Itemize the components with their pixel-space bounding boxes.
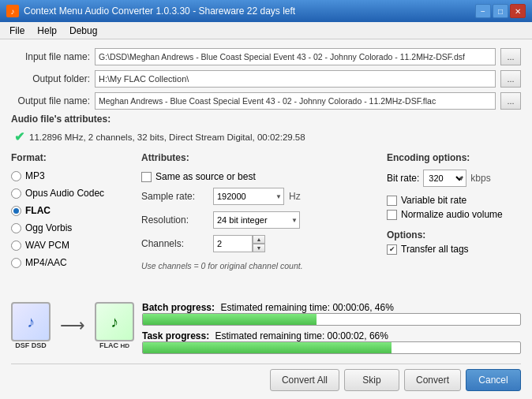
arrow-group: ⟶: [57, 315, 88, 336]
sample-rate-unit: Hz: [289, 191, 301, 202]
progress-section: Batch progress: Estimated remaining time…: [142, 302, 521, 357]
channels-spinner: ▲ ▼: [213, 235, 265, 252]
format-mp3-label: MP3: [25, 170, 45, 181]
channels-hint: Use channels = 0 for original channel co…: [141, 261, 379, 270]
sample-rate-select[interactable]: 192000: [213, 188, 284, 205]
target-format-label: FLAC HD: [99, 341, 129, 349]
radio-flac-circle[interactable]: [11, 206, 21, 216]
resolution-select[interactable]: 8 bit integer 16 bit integer 24 bit inte…: [213, 211, 300, 229]
radio-mp3-circle[interactable]: [11, 171, 21, 181]
output-folder-input[interactable]: [95, 70, 496, 88]
output-file-row: Output file name: ...: [11, 91, 521, 110]
input-file-browse[interactable]: ...: [500, 48, 521, 65]
preview-progress-row: ♪ DSF DSD ⟶ ♪ FLAC HD Batc: [11, 302, 521, 357]
channels-up-button[interactable]: ▲: [253, 235, 265, 244]
same-as-source-checkbox[interactable]: [141, 172, 152, 182]
menu-debug[interactable]: Debug: [63, 24, 103, 38]
variable-bitrate-checkbox[interactable]: [387, 196, 397, 206]
format-opus[interactable]: Opus Audio Codec: [11, 185, 133, 201]
title-bar: ♪ Context Menu Audio Converter 1.0.3.30 …: [0, 0, 532, 22]
radio-ogg-circle[interactable]: [11, 223, 21, 233]
menu-bar: File Help Debug: [0, 22, 532, 39]
format-mp3[interactable]: MP3: [11, 168, 133, 184]
normalize-audio-checkbox[interactable]: [387, 210, 397, 220]
source-file-icon-group: ♪ DSF DSD: [11, 302, 51, 349]
bitrate-unit: kbps: [470, 173, 490, 184]
same-as-source-label: Same as source or best: [155, 171, 256, 182]
format-wav-label: WAV PCM: [25, 240, 69, 251]
channels-label: Channels:: [141, 238, 208, 249]
options-header: Options:: [387, 229, 521, 241]
output-file-label: Output file name:: [11, 95, 90, 106]
channels-input[interactable]: [213, 235, 253, 252]
format-ogg-label: Ogg Vorbis: [25, 222, 72, 233]
input-file-input[interactable]: [95, 48, 496, 65]
channels-row: Channels: ▲ ▼: [141, 234, 379, 253]
batch-progress-bar-container: [142, 313, 521, 326]
bitrate-row: Bit rate: 128 192 256 320 kbps: [387, 170, 521, 187]
transfer-tags-checkbox[interactable]: ✔: [387, 244, 397, 255]
audio-attrs-value-row: ✔ 11.2896 MHz, 2 channels, 32 bits, Dire…: [14, 129, 521, 144]
format-mp4[interactable]: MP4/AAC: [11, 255, 133, 270]
title-bar-buttons: − □ ✕: [475, 4, 526, 18]
source-note-icon: ♪: [27, 313, 35, 331]
radio-wav-circle[interactable]: [11, 241, 21, 251]
options-section: Options: ✔ Transfer all tags: [387, 229, 521, 255]
bitrate-select-wrapper: 128 192 256 320: [423, 170, 466, 187]
input-file-row: Input file name: ...: [11, 47, 521, 66]
variable-bitrate-row[interactable]: Variable bit rate: [387, 195, 521, 206]
audio-attrs-header: Audio file's attributes:: [11, 114, 521, 125]
maximize-button[interactable]: □: [493, 4, 508, 18]
variable-bitrate-label: Variable bit rate: [401, 195, 466, 206]
menu-help[interactable]: Help: [31, 24, 63, 38]
target-note-icon: ♪: [111, 313, 118, 331]
format-column: Format: MP3 Opus Audio Codec FLAC Ogg Vo…: [11, 152, 133, 297]
main-content: Input file name: ... Output folder: ... …: [0, 39, 532, 399]
input-file-label: Input file name:: [11, 51, 90, 62]
convert-all-button[interactable]: Convert All: [270, 369, 339, 391]
output-file-input[interactable]: [95, 92, 496, 110]
radio-mp4-circle[interactable]: [11, 258, 21, 268]
attributes-header: Attributes:: [141, 152, 379, 163]
menu-file[interactable]: File: [3, 24, 31, 38]
resolution-label: Resolution:: [141, 214, 208, 226]
normalize-audio-label: Normalize audio volume: [401, 209, 503, 220]
encoding-header: Encoding options:: [387, 152, 521, 163]
bitrate-select[interactable]: 128 192 256 320: [423, 170, 466, 187]
check-green-icon: ✔: [14, 129, 24, 144]
title-bar-text: Context Menu Audio Converter 1.0.3.30 - …: [24, 6, 475, 17]
encoding-column: Encoding options: Bit rate: 128 192 256 …: [387, 152, 521, 297]
normalize-audio-row[interactable]: Normalize audio volume: [387, 209, 521, 220]
radio-opus-circle[interactable]: [11, 188, 21, 199]
convert-button[interactable]: Convert: [404, 369, 461, 391]
batch-label: Batch progress:: [142, 302, 215, 313]
button-row: Convert All Skip Convert Cancel: [11, 364, 521, 391]
same-as-source-row[interactable]: Same as source or best: [141, 171, 379, 182]
batch-progress-bar-fill: [143, 314, 317, 325]
source-file-icon: ♪: [11, 302, 51, 341]
close-button[interactable]: ✕: [510, 4, 526, 18]
format-ogg[interactable]: Ogg Vorbis: [11, 220, 133, 236]
output-folder-browse[interactable]: ...: [500, 70, 521, 88]
format-mp4-label: MP4/AAC: [25, 257, 67, 268]
batch-status: Estimated remaining time: 00:00:06, 46%: [220, 302, 393, 313]
resolution-row: Resolution: 8 bit integer 16 bit integer…: [141, 211, 379, 229]
resolution-select-wrapper: 8 bit integer 16 bit integer 24 bit inte…: [213, 211, 300, 229]
sample-rate-label: Sample rate:: [141, 191, 208, 202]
format-flac-label: FLAC: [25, 205, 51, 216]
channels-down-button[interactable]: ▼: [253, 244, 265, 252]
format-opus-label: Opus Audio Codec: [25, 188, 104, 199]
cancel-button[interactable]: Cancel: [466, 369, 521, 391]
skip-button[interactable]: Skip: [344, 369, 399, 391]
task-progress-bar-fill: [143, 342, 392, 353]
format-header: Format:: [11, 152, 133, 163]
output-file-browse[interactable]: ...: [500, 92, 521, 110]
three-col-section: Format: MP3 Opus Audio Codec FLAC Ogg Vo…: [11, 152, 521, 297]
format-wav[interactable]: WAV PCM: [11, 237, 133, 253]
minimize-button[interactable]: −: [475, 4, 491, 18]
format-flac[interactable]: FLAC: [11, 203, 133, 218]
transfer-tags-row[interactable]: ✔ Transfer all tags: [387, 244, 521, 255]
audio-attrs-text: 11.2896 MHz, 2 channels, 32 bits, Direct…: [29, 132, 305, 142]
output-folder-label: Output folder:: [11, 73, 90, 84]
bitrate-label: Bit rate:: [387, 173, 419, 184]
